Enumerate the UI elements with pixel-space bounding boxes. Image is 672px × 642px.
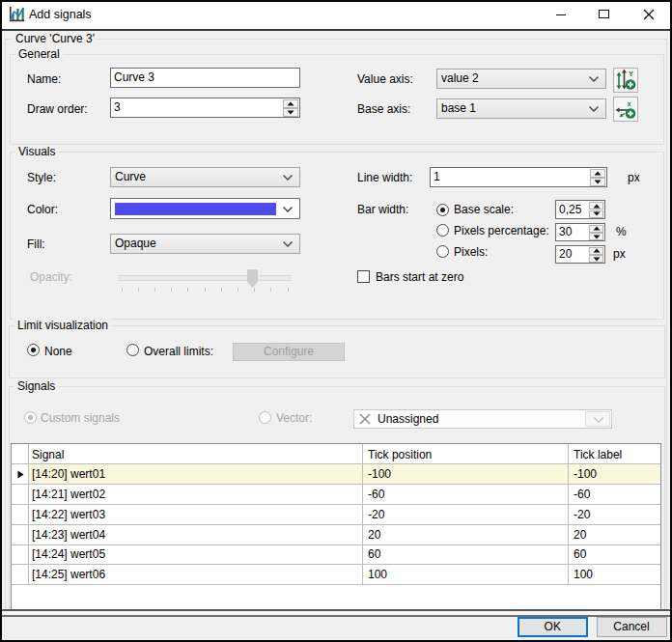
svg-text:x: x — [628, 99, 632, 108]
svg-text:Y: Y — [629, 70, 633, 78]
